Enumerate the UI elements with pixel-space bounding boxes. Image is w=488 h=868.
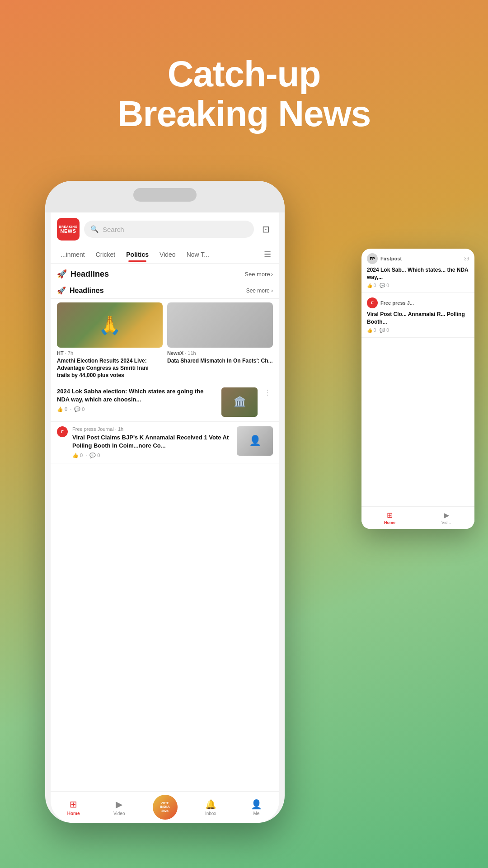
bottom-nav: ⊞ Home ▶ Video VOTE INDIA 2024 🔔 Inbox 👤 [51, 791, 279, 823]
search-bar[interactable]: 🔍 Search [84, 221, 254, 238]
tab-cricket[interactable]: Cricket [90, 247, 121, 262]
card-img-2 [167, 302, 273, 348]
sp-item-2[interactable]: F Free press J... Viral Post Clo... Anna… [361, 293, 474, 337]
sp-source-row-2: F Free press J... [367, 297, 469, 308]
sp-title-1: 2024 Lok Sab... Which states... the NDA … [367, 266, 469, 281]
hero-line1: Catch-up [0, 54, 488, 94]
more-options-1[interactable]: ⋮ [262, 387, 273, 398]
app-header: BREAKING NEWS 🔍 Search ⊡ [51, 212, 279, 246]
sp-source-name-1: Firstpost [380, 256, 402, 261]
card-meta-1: HT · 7h [57, 350, 163, 356]
card-meta-2: NewsX · 11h [167, 350, 273, 356]
headlines-title-2: Headlines [70, 287, 104, 295]
headlines-header-2: 🚀 Headlines See more › [51, 283, 279, 299]
inbox-label: Inbox [205, 811, 216, 816]
app-logo: BREAKING NEWS [57, 218, 80, 241]
card-title-2: Data Shared Mismatch In On Facts': Ch... [167, 357, 273, 364]
list-item-2-meta: 👍 0 · 💬 0 [72, 453, 232, 458]
sp-video-icon: ▶ [444, 511, 449, 519]
sp-logo-1: FP [367, 253, 378, 264]
logo-news: NEWS [61, 228, 76, 234]
nav-video[interactable]: ▶ Video [96, 799, 142, 816]
list-item-1-content: 2024 Lok Sabha election: Which states ar… [57, 387, 217, 412]
list-item-1[interactable]: 2024 Lok Sabha election: Which states ar… [51, 383, 279, 422]
list-item-1-title: 2024 Lok Sabha election: Which states ar… [57, 387, 217, 404]
sp-stats-1: 👍 0 💬 0 [367, 283, 469, 288]
sp-title-2: Viral Post Clo... Annamalai R... Polling… [367, 311, 469, 325]
source-logo-fpj: F [57, 426, 68, 437]
list-item-1-meta: 👍 0 · 💬 0 [57, 406, 217, 412]
hero-section: Catch-up Breaking News [0, 54, 488, 134]
sp-source-name-2: Free press J... [380, 300, 414, 306]
menu-icon[interactable]: ☰ [260, 246, 275, 263]
list-item-1-img: 🏛️ [221, 387, 258, 417]
headlines-header: 🚀 Headlines See more › [51, 264, 279, 283]
sp-logo-2: F [367, 297, 378, 308]
see-more-2[interactable]: See more › [246, 288, 273, 294]
card-img-smriti [57, 302, 163, 348]
phone-frame: BREAKING NEWS 🔍 Search ⊡ ...inment Crick… [45, 181, 285, 823]
nav-home[interactable]: ⊞ Home [51, 799, 96, 816]
phone-notch [133, 188, 197, 202]
headlines-left: 🚀 Headlines [57, 269, 109, 279]
inbox-icon: 🔔 [205, 799, 216, 810]
list-item-2-title: Viral Post Claims BJP's K Annamalai Rece… [72, 434, 232, 450]
phone-screen: BREAKING NEWS 🔍 Search ⊡ ...inment Crick… [51, 212, 279, 823]
tab-nowt[interactable]: Now T... [181, 247, 215, 262]
home-icon: ⊞ [70, 799, 77, 810]
tab-video[interactable]: Video [154, 247, 181, 262]
vote-badge: VOTE INDIA 2024 [153, 795, 178, 820]
list-item-2-content: Free press Journal · 1h Viral Post Claim… [72, 426, 232, 458]
logo-breaking: BREAKING [59, 225, 77, 228]
profile-icon: 👤 [251, 799, 262, 810]
qr-icon[interactable]: ⊡ [258, 222, 273, 236]
sp-nav-home[interactable]: ⊞ Home [361, 511, 418, 525]
nav-tabs: ...inment Cricket Politics Video Now T..… [51, 246, 279, 264]
sp-bottom-nav: ⊞ Home ▶ Vid... [361, 506, 474, 529]
sp-stats-2: 👍 0 💬 0 [367, 328, 469, 333]
sp-video-label: Vid... [441, 520, 450, 525]
video-label: Video [113, 811, 125, 816]
sp-time-1: 39 [464, 256, 469, 261]
home-label: Home [67, 811, 80, 816]
sp-home-icon: ⊞ [387, 511, 393, 519]
list-item-2-img: 👤 [237, 426, 273, 456]
card-row: HT · 7h Amethi Election Results 2024 Liv… [51, 299, 279, 383]
sp-item-1[interactable]: FP Firstpost 39 2024 Lok Sab... Which st… [361, 249, 474, 293]
search-placeholder: Search [103, 226, 124, 233]
news-card-1[interactable]: HT · 7h Amethi Election Results 2024 Liv… [57, 302, 163, 379]
rocket-icon-2: 🚀 [57, 286, 66, 295]
headlines-title: Headlines [70, 269, 109, 279]
news-card-2[interactable]: NewsX · 11h Data Shared Mismatch In On F… [167, 302, 273, 379]
sp-nav-video[interactable]: ▶ Vid... [418, 511, 474, 525]
list-item-2-source: Free press Journal · 1h [72, 426, 232, 432]
nav-me[interactable]: 👤 Me [234, 799, 279, 816]
search-icon: 🔍 [90, 225, 99, 233]
tab-entertainment[interactable]: ...inment [55, 247, 90, 262]
see-more-button[interactable]: See more › [244, 271, 273, 278]
tab-politics[interactable]: Politics [121, 247, 154, 262]
me-label: Me [253, 811, 259, 816]
sp-home-label: Home [384, 520, 395, 525]
nav-vote[interactable]: VOTE INDIA 2024 [142, 795, 188, 820]
video-icon: ▶ [116, 799, 122, 810]
rocket-icon: 🚀 [57, 269, 67, 279]
secondary-panel: FP Firstpost 39 2024 Lok Sab... Which st… [361, 249, 474, 529]
card-title-1: Amethi Election Results 2024 Live: Advan… [57, 357, 163, 379]
sp-source-row-1: FP Firstpost 39 [367, 253, 469, 264]
list-item-2[interactable]: F Free press Journal · 1h Viral Post Cla… [51, 422, 279, 463]
nav-inbox[interactable]: 🔔 Inbox [188, 799, 234, 816]
hero-line2: Breaking News [0, 94, 488, 134]
